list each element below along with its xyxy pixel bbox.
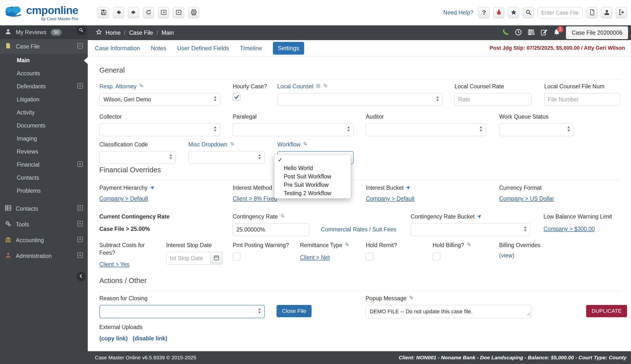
notifications-bell[interactable]: 1 [553,28,560,37]
hold-remit-checkbox[interactable] [366,253,373,260]
sidebar-item-case-file[interactable]: Case File [0,39,88,54]
tab-notes[interactable]: Notes [151,45,166,52]
sidebar-item-administration[interactable]: Administration [0,248,88,264]
auditor-select[interactable] [366,123,486,136]
sidebar-item-accounts[interactable]: Accounts [0,67,88,80]
compose-icon[interactable] [540,28,548,37]
currency-format-link[interactable]: Company > US Dollar [499,196,554,202]
tab-timeline[interactable]: Timeline [240,45,262,52]
paralegal-select[interactable] [233,123,353,136]
sidebar-item-accounting[interactable]: Accounting [0,232,88,248]
copy-link[interactable]: (copy link) [99,335,128,342]
disable-link[interactable]: (disable link) [133,335,167,342]
classification-select[interactable] [99,151,176,164]
interest-method-link[interactable]: Client > 8% Fixed [233,196,277,202]
duplicate-button[interactable]: DUPLICATE [586,305,627,317]
billing-overrides-view-link[interactable]: (view) [499,252,514,259]
sidebar-item-contacts-sub[interactable]: Contacts [0,171,88,184]
field-label[interactable]: Workflow [277,141,300,148]
subtract-costs-link[interactable]: Client > Yes [99,261,129,268]
print-button[interactable] [188,7,199,18]
work-queue-select[interactable] [499,123,574,136]
sidebar-item-tools[interactable]: Tools [0,216,88,232]
sidebar-item-defendants[interactable]: Defendants [0,80,88,93]
popup-message-input[interactable]: DEMO FILE -- Do not update this case fil… [365,305,531,318]
documents-button[interactable] [586,7,597,18]
expand-plus-icon[interactable] [77,221,83,228]
prev-file-button[interactable] [158,7,169,18]
case-file-search-input[interactable] [538,7,583,18]
paperclip-icon[interactable] [345,242,350,248]
phone-icon[interactable] [502,28,509,37]
commercial-rates-link[interactable]: Commercial Rates / Suit Fees [321,226,396,232]
collector-select[interactable] [99,123,220,136]
jump-arrow-icon[interactable] [477,214,482,220]
hourly-case-checkbox[interactable] [233,93,240,101]
pmt-posting-warning-checkbox[interactable] [233,253,240,260]
paperclip-icon[interactable] [230,141,235,148]
expand-plus-icon[interactable] [77,205,83,212]
field-label[interactable]: Misc Dropdown [188,141,228,148]
breadcrumb-case-file[interactable]: Case File [129,30,153,36]
paperclip-icon[interactable] [280,214,285,220]
sidebar-item-my-reviews[interactable]: My Reviews 50 [0,25,88,39]
sidebar-collapse-button[interactable] [76,272,86,281]
expand-plus-icon[interactable] [77,237,83,244]
local-counsel-select[interactable] [277,93,443,106]
contingency-bucket-select[interactable] [411,223,530,236]
account-button[interactable] [601,7,612,18]
forward-button[interactable] [128,7,139,18]
sidebar-item-litigation[interactable]: Litigation [0,93,88,106]
reason-for-closing-select[interactable] [99,305,265,318]
favorite-star-icon[interactable] [96,29,102,37]
paperclip-icon[interactable] [303,141,308,148]
sidebar-item-imaging[interactable]: Imaging [0,132,88,145]
clock-icon[interactable] [515,28,522,37]
library-icon[interactable] [527,28,535,37]
expand-plus-icon[interactable] [77,83,83,90]
breadcrumb-main[interactable]: Main [161,30,174,36]
sidebar-item-main[interactable]: Main [0,54,88,67]
contingency-rate-input[interactable] [233,223,309,236]
interest-stop-date-input[interactable] [166,252,211,264]
paperclip-icon[interactable] [139,83,144,90]
collapse-minus-icon[interactable] [77,43,83,50]
workflow-option-post-suit[interactable]: Post Suit Workflow [274,172,351,181]
save-button[interactable] [98,7,109,18]
expand-plus-icon[interactable] [77,252,83,260]
need-help-link[interactable]: Need Help? [444,9,473,16]
sign-out-button[interactable] [616,7,627,18]
sidebar-item-activity[interactable]: Activity [0,106,88,119]
report-bug-button[interactable] [493,7,504,18]
back-button[interactable] [113,7,124,18]
sidebar-item-contacts[interactable]: Contacts [0,201,88,216]
tab-case-information[interactable]: Case Information [95,45,140,52]
field-label[interactable]: Resp. Attorney [99,83,137,90]
jump-arrow-icon[interactable] [406,184,411,191]
sidebar-item-problems[interactable]: Problems [0,184,88,198]
interest-bucket-link[interactable]: Company > Default [366,196,414,202]
expand-plus-icon[interactable] [77,162,83,168]
field-label[interactable]: Local Counsel [277,83,313,90]
misc-dropdown-select[interactable] [188,151,265,164]
next-file-button[interactable] [173,7,184,18]
plus-circle-icon[interactable] [316,83,321,90]
refresh-button[interactable] [143,7,154,18]
close-file-button[interactable]: Close File [277,305,312,317]
paperclip-icon[interactable] [467,242,472,248]
jump-arrow-icon[interactable] [150,184,155,191]
hold-billing-checkbox[interactable] [433,253,440,260]
workflow-option-testing-2[interactable]: Testing 2 Workflow [274,189,351,198]
local-counsel-file-input[interactable] [544,93,620,106]
resize-grip[interactable] [527,311,530,317]
favorites-button[interactable] [508,7,519,18]
calendar-button[interactable] [211,252,223,264]
low-balance-link[interactable]: Company > $300.00 [543,226,595,232]
payment-hierarchy-link[interactable]: Company > Default [99,196,148,202]
workflow-option-hello-world[interactable]: Hello World [274,164,351,172]
paperclip-icon[interactable] [323,83,328,90]
paperclip-icon[interactable] [409,295,414,302]
sidebar-item-documents[interactable]: Documents [0,119,88,132]
workflow-option-empty[interactable]: ✓ [274,156,351,164]
search-button[interactable] [523,7,534,18]
